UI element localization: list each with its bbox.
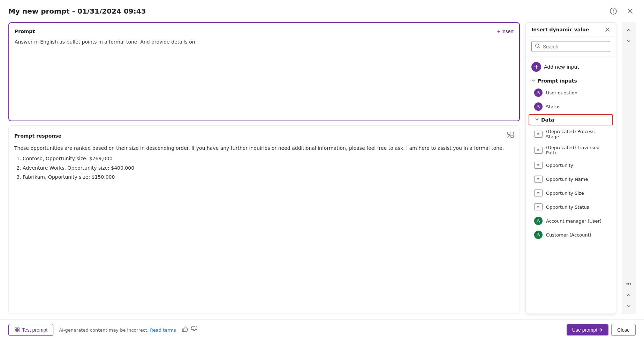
prompt-box: Prompt + Insert Answer in English as bul… xyxy=(8,22,520,121)
feedback-icons xyxy=(182,326,197,334)
svg-rect-1 xyxy=(508,132,510,134)
footer-bar: Test prompt AI-generated content may be … xyxy=(0,319,644,340)
svg-rect-5 xyxy=(17,328,19,330)
save-icon-button[interactable] xyxy=(608,6,619,17)
data-section-title: Data xyxy=(541,117,554,123)
deprecated-traversed-path-icon: ≡ xyxy=(534,146,543,154)
use-prompt-button[interactable]: Use prompt xyxy=(567,324,608,335)
account-manager-item[interactable]: Account manager (User) xyxy=(526,214,616,228)
prompt-inputs-chevron xyxy=(531,78,536,84)
status-icon xyxy=(534,102,543,111)
close-button[interactable]: Close xyxy=(611,324,636,336)
opportunity-size-item[interactable]: ≡ Opportunity Size xyxy=(526,186,616,200)
scroll-up-2[interactable] xyxy=(624,290,634,300)
thumbs-down-button[interactable] xyxy=(191,326,197,334)
customer-account-item[interactable]: Customer (Account) xyxy=(526,228,616,242)
footer-left: Test prompt AI-generated content may be … xyxy=(8,324,197,336)
prompt-inputs-title: Prompt inputs xyxy=(538,78,577,84)
opportunity-item[interactable]: ≡ Opportunity xyxy=(526,158,616,172)
test-prompt-label: Test prompt xyxy=(22,327,47,333)
response-item-3: Fabrikam, Opportunity size: $150,000 xyxy=(23,173,514,181)
close-icon-button[interactable] xyxy=(624,6,636,17)
status-item[interactable]: Status xyxy=(526,100,616,114)
opportunity-name-label: Opportunity Name xyxy=(546,177,588,182)
scroll-down-1[interactable] xyxy=(624,36,634,46)
svg-rect-2 xyxy=(511,135,513,138)
response-label: Prompt response xyxy=(14,133,61,139)
test-prompt-button[interactable]: Test prompt xyxy=(8,324,53,336)
deprecated-process-stage-label: (Deprecated) Process Stage xyxy=(546,129,607,139)
status-label: Status xyxy=(546,104,560,109)
user-question-item[interactable]: User question xyxy=(526,86,616,100)
opportunity-status-item[interactable]: ≡ Opportunity Status xyxy=(526,200,616,214)
data-section-chevron xyxy=(535,117,539,123)
prompt-label: Prompt xyxy=(15,29,35,34)
deprecated-process-stage-icon: ≡ xyxy=(534,130,543,138)
customer-account-label: Customer (Account) xyxy=(546,232,591,238)
scroll-down-2[interactable] xyxy=(624,301,634,311)
user-question-icon xyxy=(534,88,543,97)
add-icon xyxy=(531,62,541,72)
response-item-1: Contoso, Opportunity size: $769,000 xyxy=(23,155,514,162)
data-section-header[interactable]: Data xyxy=(529,114,613,125)
thumbs-up-button[interactable] xyxy=(182,326,188,334)
svg-rect-6 xyxy=(15,330,17,332)
svg-rect-7 xyxy=(17,330,19,332)
panel-content: Add new input Prompt inputs xyxy=(526,56,616,314)
prompt-text[interactable]: Answer in English as bullet points in a … xyxy=(15,38,514,115)
svg-rect-4 xyxy=(15,328,17,330)
left-panel: Prompt + Insert Answer in English as bul… xyxy=(8,22,520,314)
add-new-input-item[interactable]: Add new input xyxy=(526,59,616,75)
response-line-1: These opportunities are ranked based on … xyxy=(14,144,514,152)
response-box: Prompt response These opportunities are … xyxy=(8,125,520,314)
dynamic-value-panel: Insert dynamic value xyxy=(525,22,616,314)
read-terms-link[interactable]: Read terms xyxy=(150,327,176,333)
panel-title: Insert dynamic value xyxy=(531,27,589,32)
search-bar xyxy=(526,37,616,56)
opportunity-size-label: Opportunity Size xyxy=(546,191,584,196)
prompt-inputs-section-header[interactable]: Prompt inputs xyxy=(526,76,616,86)
deprecated-traversed-path-item[interactable]: ≡ (Deprecated) Traversed Path xyxy=(526,142,616,158)
opportunity-status-icon: ≡ xyxy=(534,203,543,211)
opportunity-size-icon: ≡ xyxy=(534,189,543,197)
customer-account-icon xyxy=(534,231,543,239)
opportunity-name-icon: ≡ xyxy=(534,175,543,183)
search-icon xyxy=(535,44,540,49)
right-scrollbar: ••• xyxy=(622,22,636,314)
header: My new prompt - 01/31/2024 09:43 xyxy=(0,0,644,20)
footer-right: Use prompt Close xyxy=(567,324,636,336)
insert-button[interactable]: + Insert xyxy=(497,29,514,34)
use-prompt-label: Use prompt xyxy=(572,327,597,333)
user-question-label: User question xyxy=(546,90,577,95)
panel-close-button[interactable] xyxy=(605,27,610,32)
more-options-button[interactable]: ••• xyxy=(624,279,634,289)
account-manager-icon xyxy=(534,217,543,225)
search-input[interactable] xyxy=(543,44,606,49)
scroll-up-1[interactable] xyxy=(624,25,634,35)
deprecated-process-stage-item[interactable]: ≡ (Deprecated) Process Stage xyxy=(526,126,616,142)
response-text: These opportunities are ranked based on … xyxy=(14,144,514,181)
panel-header: Insert dynamic value xyxy=(526,23,616,37)
opportunity-label: Opportunity xyxy=(546,163,573,168)
header-icons xyxy=(608,6,636,17)
response-item-2: Adventure Works, Opportunity size: $400,… xyxy=(23,164,514,172)
opportunity-name-item[interactable]: ≡ Opportunity Name xyxy=(526,172,616,186)
response-header: Prompt response xyxy=(14,131,514,140)
page-title: My new prompt - 01/31/2024 09:43 xyxy=(8,7,146,15)
opportunity-status-label: Opportunity Status xyxy=(546,204,589,210)
add-new-label: Add new input xyxy=(544,64,579,70)
search-input-wrapper xyxy=(531,41,610,52)
prompt-box-header: Prompt + Insert xyxy=(15,29,514,34)
ai-disclaimer: AI-generated content may be incorrect. R… xyxy=(59,327,176,333)
deprecated-traversed-path-label: (Deprecated) Traversed Path xyxy=(546,145,607,155)
expand-button[interactable] xyxy=(507,131,514,140)
opportunity-icon: ≡ xyxy=(534,161,543,169)
account-manager-label: Account manager (User) xyxy=(546,218,601,224)
